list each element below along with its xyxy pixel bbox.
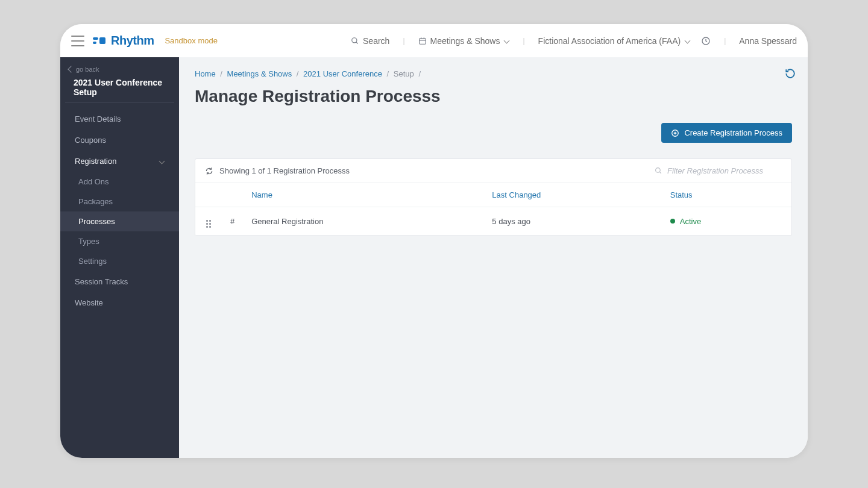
- sidebar-subitem-settings[interactable]: Settings: [60, 251, 179, 271]
- column-status[interactable]: Status: [662, 183, 791, 207]
- sidebar-item-label: Session Tracks: [75, 277, 128, 286]
- row-number: #: [222, 207, 243, 236]
- column-name[interactable]: Name: [243, 183, 483, 207]
- search-icon: [655, 167, 662, 175]
- breadcrumb-event[interactable]: 2021 User Conference: [303, 69, 382, 78]
- user-menu[interactable]: Anna Spessard: [739, 36, 797, 46]
- app-window: Rhythm Sandbox mode Search | Meetings & …: [60, 24, 808, 458]
- row-name: General Registration: [243, 207, 483, 236]
- search-label: Search: [363, 36, 389, 46]
- refresh-icon: [785, 68, 796, 79]
- filter-input[interactable]: [667, 166, 782, 175]
- showing-count-label: Showing 1 of 1 Registration Processs: [219, 166, 350, 175]
- sidebar-item-label: Event Details: [75, 114, 121, 124]
- logo-icon: [93, 36, 106, 46]
- sidebar-subitem-types[interactable]: Types: [60, 231, 179, 251]
- sidebar-item-label: Website: [75, 298, 103, 307]
- create-registration-process-button[interactable]: Create Registration Process: [661, 123, 792, 143]
- sidebar-subitem-packages[interactable]: Packages: [60, 192, 179, 211]
- svg-line-11: [659, 172, 661, 174]
- create-button-label: Create Registration Process: [684, 128, 782, 137]
- sidebar-item-coupons[interactable]: Coupons: [60, 130, 179, 151]
- processes-table: Name Last Changed Status # General Regis…: [195, 183, 791, 236]
- sync-icon[interactable]: [205, 167, 213, 175]
- sidebar-item-event-details[interactable]: Event Details: [60, 108, 179, 130]
- sidebar-item-label: Settings: [78, 257, 107, 266]
- meetings-shows-dropdown[interactable]: Meetings & Shows: [418, 36, 510, 46]
- go-back-label: go back: [76, 66, 99, 73]
- row-status: Active: [662, 207, 791, 236]
- processes-panel: Showing 1 of 1 Registration Processs: [195, 158, 792, 236]
- page-title: Manage Registration Processs: [195, 87, 792, 106]
- sidebar-item-label: Coupons: [75, 136, 106, 145]
- clock-icon: [701, 36, 711, 46]
- go-back-link[interactable]: go back: [60, 63, 179, 75]
- svg-point-10: [656, 168, 661, 173]
- org-switcher[interactable]: Fictional Association of America (FAA): [538, 36, 691, 46]
- sidebar-item-label: Registration: [75, 157, 116, 166]
- chevron-down-icon: [684, 38, 690, 44]
- plus-circle-icon: [671, 129, 679, 137]
- sidebar: go back 2021 User Conference Setup Event…: [60, 57, 179, 458]
- table-row[interactable]: # General Registration 5 days ago Active: [195, 207, 791, 236]
- sidebar-item-session-tracks[interactable]: Session Tracks: [60, 271, 179, 292]
- user-name: Anna Spessard: [739, 36, 797, 46]
- row-last-changed: 5 days ago: [483, 207, 661, 236]
- drag-icon: [206, 220, 211, 228]
- sandbox-mode-badge: Sandbox mode: [165, 36, 217, 45]
- chevron-down-icon: [503, 38, 509, 44]
- sidebar-title: 2021 User Conference Setup: [65, 75, 174, 102]
- table-header-row: Name Last Changed Status: [195, 183, 791, 207]
- sidebar-subitem-processes[interactable]: Processes: [60, 211, 179, 231]
- sidebar-item-registration[interactable]: Registration: [60, 151, 179, 172]
- svg-point-0: [352, 37, 357, 42]
- sidebar-item-label: Processes: [78, 217, 115, 226]
- breadcrumb-meetings[interactable]: Meetings & Shows: [227, 69, 292, 78]
- breadcrumb-home[interactable]: Home: [195, 69, 216, 78]
- breadcrumb-setup: Setup: [394, 69, 414, 78]
- meetings-shows-label: Meetings & Shows: [430, 36, 500, 46]
- page-refresh-button[interactable]: [785, 68, 796, 79]
- sidebar-subitem-add-ons[interactable]: Add Ons: [60, 172, 179, 192]
- panel-header: Showing 1 of 1 Registration Processs: [195, 159, 791, 183]
- column-index: [222, 183, 243, 207]
- recent-activity-button[interactable]: [701, 36, 711, 46]
- top-bar: Rhythm Sandbox mode Search | Meetings & …: [60, 24, 808, 57]
- calendar-icon: [418, 37, 427, 45]
- sidebar-item-website[interactable]: Website: [60, 292, 179, 313]
- status-dot-icon: [670, 219, 675, 224]
- brand-name: Rhythm: [111, 34, 154, 48]
- action-row: Create Registration Process: [195, 123, 792, 143]
- breadcrumb: Home / Meetings & Shows / 2021 User Conf…: [195, 69, 792, 78]
- brand-logo[interactable]: Rhythm: [93, 34, 154, 48]
- sidebar-item-label: Packages: [78, 197, 113, 206]
- arrow-left-icon: [68, 66, 74, 72]
- chevron-down-icon: [159, 158, 165, 164]
- main-content: Home / Meetings & Shows / 2021 User Conf…: [179, 57, 808, 458]
- content-row: go back 2021 User Conference Setup Event…: [60, 57, 808, 458]
- svg-rect-2: [419, 38, 426, 43]
- drag-handle[interactable]: [195, 207, 222, 236]
- column-drag: [195, 183, 222, 207]
- global-search[interactable]: Search: [351, 36, 389, 46]
- sidebar-item-label: Types: [78, 237, 99, 246]
- sidebar-item-label: Add Ons: [78, 177, 109, 186]
- filter-wrap: [655, 166, 782, 175]
- column-last-changed[interactable]: Last Changed: [483, 183, 661, 207]
- menu-toggle-button[interactable]: [71, 36, 84, 46]
- svg-line-1: [356, 42, 358, 43]
- status-text: Active: [680, 217, 701, 226]
- search-icon: [351, 37, 359, 45]
- org-name: Fictional Association of America (FAA): [538, 36, 681, 46]
